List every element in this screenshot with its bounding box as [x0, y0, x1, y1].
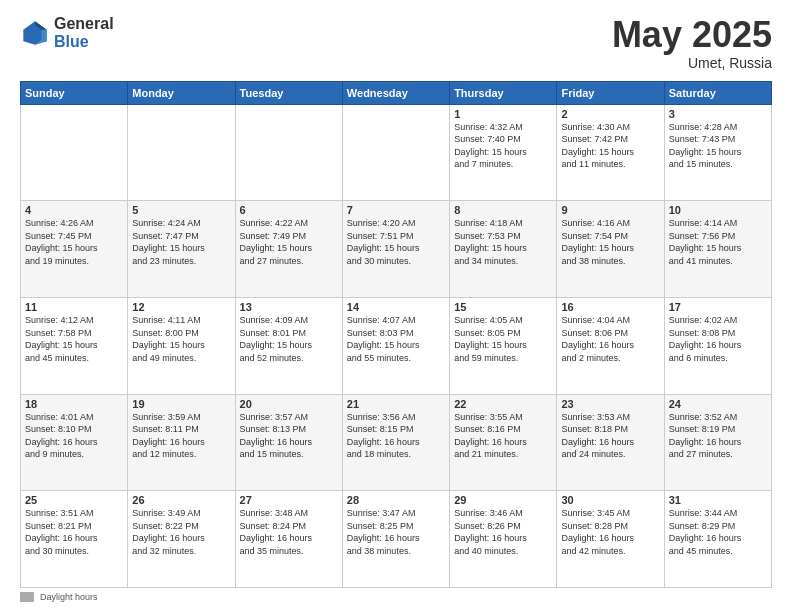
calendar-cell: 15Sunrise: 4:05 AM Sunset: 8:05 PM Dayli… — [450, 297, 557, 394]
calendar-cell: 2Sunrise: 4:30 AM Sunset: 7:42 PM Daylig… — [557, 104, 664, 201]
calendar-cell: 10Sunrise: 4:14 AM Sunset: 7:56 PM Dayli… — [664, 201, 771, 298]
day-number: 18 — [25, 398, 123, 410]
day-info: Sunrise: 4:22 AM Sunset: 7:49 PM Dayligh… — [240, 217, 338, 267]
calendar-cell: 5Sunrise: 4:24 AM Sunset: 7:47 PM Daylig… — [128, 201, 235, 298]
day-number: 24 — [669, 398, 767, 410]
calendar-cell: 1Sunrise: 4:32 AM Sunset: 7:40 PM Daylig… — [450, 104, 557, 201]
col-thursday: Thursday — [450, 81, 557, 104]
day-info: Sunrise: 4:12 AM Sunset: 7:58 PM Dayligh… — [25, 314, 123, 364]
day-number: 20 — [240, 398, 338, 410]
day-number: 16 — [561, 301, 659, 313]
day-info: Sunrise: 3:55 AM Sunset: 8:16 PM Dayligh… — [454, 411, 552, 461]
day-number: 26 — [132, 494, 230, 506]
day-info: Sunrise: 4:18 AM Sunset: 7:53 PM Dayligh… — [454, 217, 552, 267]
calendar-week-5: 25Sunrise: 3:51 AM Sunset: 8:21 PM Dayli… — [21, 491, 772, 588]
day-info: Sunrise: 4:07 AM Sunset: 8:03 PM Dayligh… — [347, 314, 445, 364]
day-info: Sunrise: 4:01 AM Sunset: 8:10 PM Dayligh… — [25, 411, 123, 461]
day-number: 31 — [669, 494, 767, 506]
day-info: Sunrise: 3:56 AM Sunset: 8:15 PM Dayligh… — [347, 411, 445, 461]
day-number: 25 — [25, 494, 123, 506]
calendar-cell: 14Sunrise: 4:07 AM Sunset: 8:03 PM Dayli… — [342, 297, 449, 394]
daylight-label: Daylight hours — [40, 592, 98, 602]
calendar-cell: 30Sunrise: 3:45 AM Sunset: 8:28 PM Dayli… — [557, 491, 664, 588]
day-info: Sunrise: 4:16 AM Sunset: 7:54 PM Dayligh… — [561, 217, 659, 267]
calendar-cell: 21Sunrise: 3:56 AM Sunset: 8:15 PM Dayli… — [342, 394, 449, 491]
calendar-cell: 19Sunrise: 3:59 AM Sunset: 8:11 PM Dayli… — [128, 394, 235, 491]
calendar-cell — [21, 104, 128, 201]
day-info: Sunrise: 4:28 AM Sunset: 7:43 PM Dayligh… — [669, 121, 767, 171]
calendar-cell — [235, 104, 342, 201]
day-number: 27 — [240, 494, 338, 506]
col-sunday: Sunday — [21, 81, 128, 104]
calendar-week-3: 11Sunrise: 4:12 AM Sunset: 7:58 PM Dayli… — [21, 297, 772, 394]
day-number: 30 — [561, 494, 659, 506]
day-number: 1 — [454, 108, 552, 120]
day-info: Sunrise: 4:26 AM Sunset: 7:45 PM Dayligh… — [25, 217, 123, 267]
calendar-cell: 23Sunrise: 3:53 AM Sunset: 8:18 PM Dayli… — [557, 394, 664, 491]
day-number: 22 — [454, 398, 552, 410]
calendar-cell: 3Sunrise: 4:28 AM Sunset: 7:43 PM Daylig… — [664, 104, 771, 201]
calendar-cell: 6Sunrise: 4:22 AM Sunset: 7:49 PM Daylig… — [235, 201, 342, 298]
day-number: 8 — [454, 204, 552, 216]
footer-note: Daylight hours — [20, 592, 772, 602]
day-info: Sunrise: 4:32 AM Sunset: 7:40 PM Dayligh… — [454, 121, 552, 171]
calendar-cell: 24Sunrise: 3:52 AM Sunset: 8:19 PM Dayli… — [664, 394, 771, 491]
day-info: Sunrise: 3:46 AM Sunset: 8:26 PM Dayligh… — [454, 507, 552, 557]
calendar-cell: 12Sunrise: 4:11 AM Sunset: 8:00 PM Dayli… — [128, 297, 235, 394]
day-info: Sunrise: 4:09 AM Sunset: 8:01 PM Dayligh… — [240, 314, 338, 364]
calendar-cell: 11Sunrise: 4:12 AM Sunset: 7:58 PM Dayli… — [21, 297, 128, 394]
day-number: 9 — [561, 204, 659, 216]
calendar-cell: 25Sunrise: 3:51 AM Sunset: 8:21 PM Dayli… — [21, 491, 128, 588]
day-info: Sunrise: 4:20 AM Sunset: 7:51 PM Dayligh… — [347, 217, 445, 267]
col-saturday: Saturday — [664, 81, 771, 104]
day-number: 6 — [240, 204, 338, 216]
col-friday: Friday — [557, 81, 664, 104]
logo: General Blue — [20, 15, 114, 50]
calendar-cell: 7Sunrise: 4:20 AM Sunset: 7:51 PM Daylig… — [342, 201, 449, 298]
calendar-cell: 13Sunrise: 4:09 AM Sunset: 8:01 PM Dayli… — [235, 297, 342, 394]
calendar-cell: 27Sunrise: 3:48 AM Sunset: 8:24 PM Dayli… — [235, 491, 342, 588]
title-month: May 2025 — [612, 15, 772, 55]
page: General Blue May 2025 Umet, Russia Sunda… — [0, 0, 792, 612]
calendar-week-4: 18Sunrise: 4:01 AM Sunset: 8:10 PM Dayli… — [21, 394, 772, 491]
header: General Blue May 2025 Umet, Russia — [20, 15, 772, 71]
calendar-cell — [128, 104, 235, 201]
calendar-cell — [342, 104, 449, 201]
calendar-table: Sunday Monday Tuesday Wednesday Thursday… — [20, 81, 772, 588]
day-number: 15 — [454, 301, 552, 313]
day-info: Sunrise: 3:57 AM Sunset: 8:13 PM Dayligh… — [240, 411, 338, 461]
day-info: Sunrise: 4:30 AM Sunset: 7:42 PM Dayligh… — [561, 121, 659, 171]
col-monday: Monday — [128, 81, 235, 104]
calendar-cell: 16Sunrise: 4:04 AM Sunset: 8:06 PM Dayli… — [557, 297, 664, 394]
day-number: 7 — [347, 204, 445, 216]
day-info: Sunrise: 4:02 AM Sunset: 8:08 PM Dayligh… — [669, 314, 767, 364]
calendar-cell: 22Sunrise: 3:55 AM Sunset: 8:16 PM Dayli… — [450, 394, 557, 491]
day-info: Sunrise: 4:05 AM Sunset: 8:05 PM Dayligh… — [454, 314, 552, 364]
calendar-cell: 20Sunrise: 3:57 AM Sunset: 8:13 PM Dayli… — [235, 394, 342, 491]
logo-general: General — [54, 15, 114, 33]
logo-blue: Blue — [54, 33, 114, 51]
calendar-week-1: 1Sunrise: 4:32 AM Sunset: 7:40 PM Daylig… — [21, 104, 772, 201]
day-number: 17 — [669, 301, 767, 313]
day-info: Sunrise: 4:14 AM Sunset: 7:56 PM Dayligh… — [669, 217, 767, 267]
day-number: 2 — [561, 108, 659, 120]
day-number: 28 — [347, 494, 445, 506]
calendar-week-2: 4Sunrise: 4:26 AM Sunset: 7:45 PM Daylig… — [21, 201, 772, 298]
day-info: Sunrise: 3:48 AM Sunset: 8:24 PM Dayligh… — [240, 507, 338, 557]
calendar-cell: 17Sunrise: 4:02 AM Sunset: 8:08 PM Dayli… — [664, 297, 771, 394]
title-block: May 2025 Umet, Russia — [612, 15, 772, 71]
day-number: 3 — [669, 108, 767, 120]
day-number: 29 — [454, 494, 552, 506]
calendar-cell: 31Sunrise: 3:44 AM Sunset: 8:29 PM Dayli… — [664, 491, 771, 588]
day-number: 5 — [132, 204, 230, 216]
day-info: Sunrise: 4:24 AM Sunset: 7:47 PM Dayligh… — [132, 217, 230, 267]
calendar-cell: 8Sunrise: 4:18 AM Sunset: 7:53 PM Daylig… — [450, 201, 557, 298]
day-number: 4 — [25, 204, 123, 216]
calendar-cell: 28Sunrise: 3:47 AM Sunset: 8:25 PM Dayli… — [342, 491, 449, 588]
calendar-cell: 18Sunrise: 4:01 AM Sunset: 8:10 PM Dayli… — [21, 394, 128, 491]
day-info: Sunrise: 3:49 AM Sunset: 8:22 PM Dayligh… — [132, 507, 230, 557]
day-info: Sunrise: 3:47 AM Sunset: 8:25 PM Dayligh… — [347, 507, 445, 557]
day-info: Sunrise: 3:51 AM Sunset: 8:21 PM Dayligh… — [25, 507, 123, 557]
day-info: Sunrise: 4:11 AM Sunset: 8:00 PM Dayligh… — [132, 314, 230, 364]
day-info: Sunrise: 3:53 AM Sunset: 8:18 PM Dayligh… — [561, 411, 659, 461]
